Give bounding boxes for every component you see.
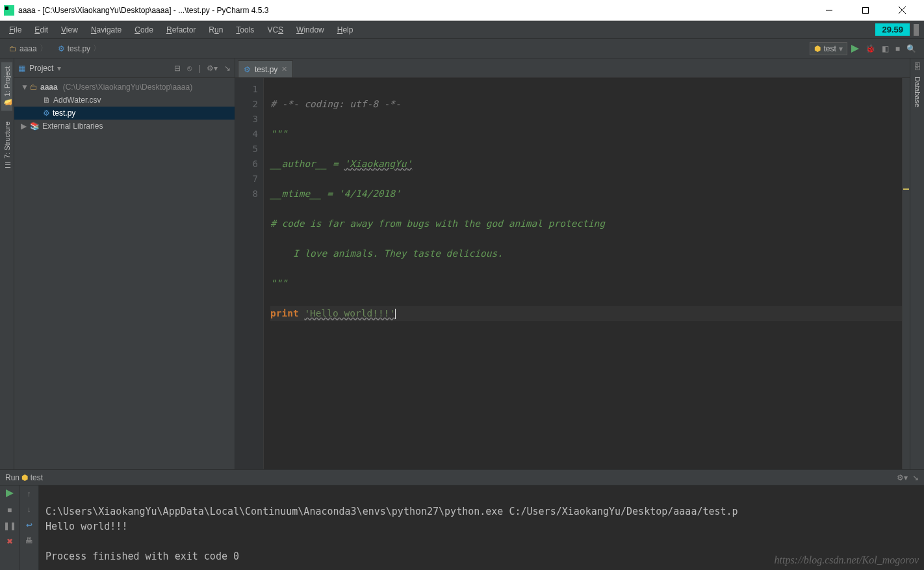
code-editor[interactable]: # -*- coding: utf-8 -*- """ __author__ =…: [264, 78, 902, 469]
external-libs-label: External Libraries: [42, 122, 103, 131]
dropdown-arrow-icon: ▾: [839, 44, 843, 53]
python-file-icon: ⚙: [58, 44, 65, 53]
dropdown-arrow-icon[interactable]: ▾: [57, 64, 61, 73]
menu-code[interactable]: Code: [128, 23, 160, 37]
svg-marker-7: [6, 489, 14, 497]
line-number-gutter: 1 2 3 4 5 6 7 8: [235, 78, 264, 469]
pycharm-app-icon: [4, 5, 14, 16]
window-minimize-button[interactable]: [816, 1, 842, 19]
editor-tab[interactable]: ⚙ test.py ✕: [238, 60, 293, 77]
svg-rect-1: [5, 6, 8, 10]
project-root-label: aaaa: [40, 83, 58, 92]
project-tool-window: ▦ Project ▾ ⊟ ⎋ | ⚙▾ ↘ ▼ 🗀 aaaa (C:\User…: [14, 58, 235, 469]
stop-button[interactable]: ■: [7, 506, 12, 515]
search-button[interactable]: 🔍: [906, 44, 916, 53]
window-title: aaaa - [C:\Users\XiaokangYu\Desktop\aaaa…: [18, 6, 816, 15]
console-output[interactable]: C:\Users\XiaokangYu\AppData\Local\Contin…: [39, 486, 924, 570]
chevron-right-icon: 〉: [93, 43, 101, 54]
python-icon: ⬢: [814, 44, 821, 53]
timer-badge-dim: [914, 24, 919, 36]
up-stack-icon[interactable]: ↑: [27, 489, 31, 499]
folder-icon: 🗀: [9, 44, 17, 53]
rerun-button[interactable]: [6, 489, 14, 499]
collapse-all-icon[interactable]: ⊟: [174, 64, 181, 73]
project-root-node[interactable]: ▼ 🗀 aaaa (C:\Users\XiaokangYu\Desktop\aa…: [14, 81, 235, 94]
libraries-icon: 📚: [30, 122, 40, 131]
tool-project[interactable]: 📂 1: Project: [1, 62, 12, 111]
settings-icon[interactable]: ⚙▾: [897, 473, 908, 482]
settings-icon[interactable]: ⚙▾: [207, 64, 218, 73]
editor-tab-label: test.py: [255, 65, 277, 74]
run-header-label: Run: [5, 473, 19, 482]
run-toolbar-left: ■ ❚❚ ✖: [0, 486, 19, 570]
menu-vcs[interactable]: VCS: [261, 23, 290, 37]
breadcrumb-file-label: test.py: [68, 44, 90, 53]
menu-navigate[interactable]: Navigate: [84, 23, 128, 37]
svg-rect-3: [863, 7, 869, 13]
run-config-selector[interactable]: ⬢ test ▾: [810, 42, 847, 55]
window-close-button[interactable]: [889, 1, 915, 19]
run-config-label: test: [823, 44, 836, 53]
python-icon: ⬢: [21, 473, 28, 482]
run-button[interactable]: [851, 45, 859, 53]
timer-badge: 29.59: [875, 23, 910, 36]
close-tab-icon[interactable]: ✕: [281, 65, 287, 73]
window-maximize-button[interactable]: [853, 1, 879, 19]
watermark-text: https://blog.csdn.net/Kol_mogorov: [774, 552, 919, 567]
chevron-right-icon: 〉: [40, 43, 47, 54]
menu-tools[interactable]: Tools: [229, 23, 261, 37]
python-file-icon: ⚙: [43, 109, 50, 118]
left-tool-stripe: 📂 1: Project ☰ 7: Structure: [0, 58, 14, 469]
hide-icon[interactable]: ↘: [224, 64, 231, 73]
database-icon: 🗄: [914, 62, 921, 71]
expand-arrow-icon: ▶: [21, 122, 27, 131]
project-view-icon: ▦: [18, 64, 25, 73]
pause-button[interactable]: ❚❚: [3, 521, 16, 530]
menu-file[interactable]: File: [3, 23, 28, 37]
expand-arrow-icon: ▼: [21, 83, 27, 92]
error-stripe[interactable]: [902, 78, 910, 469]
window-titlebar: aaaa - [C:\Users\XiaokangYu\Desktop\aaaa…: [0, 0, 924, 21]
folder-icon: 🗀: [30, 83, 38, 92]
divider: |: [198, 64, 200, 73]
stop-button[interactable]: ■: [895, 44, 900, 53]
tool-database[interactable]: Database: [914, 77, 921, 107]
text-cursor: [395, 309, 396, 319]
print-icon[interactable]: 🖶: [25, 536, 33, 545]
menu-run[interactable]: Run: [202, 23, 229, 37]
coverage-button[interactable]: ◧: [882, 44, 889, 53]
breadcrumb-root-label: aaaa: [19, 44, 37, 53]
menu-bar: File Edit View Navigate Code Refactor Ru…: [0, 21, 924, 39]
file-icon: 🗎: [43, 96, 51, 105]
menu-refactor[interactable]: Refactor: [160, 23, 202, 37]
menu-edit[interactable]: Edit: [28, 23, 55, 37]
project-root-path: (C:\Users\XiaokangYu\Desktop\aaaa): [63, 83, 192, 92]
file-label: test.py: [53, 109, 75, 118]
soft-wrap-icon[interactable]: ↩: [26, 521, 32, 530]
project-header-label: Project: [29, 64, 53, 73]
breadcrumb-root[interactable]: 🗀 aaaa 〉: [4, 42, 53, 55]
external-libraries-node[interactable]: ▶ 📚 External Libraries: [14, 120, 235, 133]
file-label: AddWater.csv: [53, 96, 101, 105]
close-button[interactable]: ✖: [6, 537, 13, 546]
breadcrumb-file[interactable]: ⚙ test.py 〉: [53, 42, 106, 55]
file-node-py[interactable]: ⚙ test.py: [14, 107, 235, 120]
debug-button[interactable]: 🐞: [866, 44, 875, 53]
file-node-csv[interactable]: 🗎 AddWater.csv: [14, 94, 235, 107]
hide-icon[interactable]: ↘: [912, 473, 919, 482]
svg-marker-6: [851, 45, 859, 53]
tool-structure[interactable]: ☰ 7: Structure: [3, 119, 11, 172]
run-toolbar-left2: ↑ ↓ ↩ 🖶: [19, 486, 39, 570]
menu-view[interactable]: View: [55, 23, 84, 37]
right-tool-stripe: 🗄 Database: [910, 58, 924, 469]
menu-window[interactable]: Window: [290, 23, 331, 37]
menu-help[interactable]: Help: [331, 23, 360, 37]
navigation-bar: 🗀 aaaa 〉 ⚙ test.py 〉 ⬢ test ▾ 🐞 ◧ ■ 🔍: [0, 39, 924, 58]
run-header-file: test: [31, 473, 43, 482]
scroll-to-source-icon[interactable]: ⎋: [187, 64, 192, 73]
down-stack-icon[interactable]: ↓: [27, 505, 31, 514]
python-file-icon: ⚙: [244, 65, 251, 74]
editor-area: ⚙ test.py ✕ 1 2 3 4 5 6 7 8 # -*- coding…: [235, 58, 910, 469]
run-tool-window: Run ⬢ test ⚙▾ ↘ ■ ❚❚ ✖ ↑ ↓ ↩ 🖶 C:\Users\…: [0, 469, 924, 570]
